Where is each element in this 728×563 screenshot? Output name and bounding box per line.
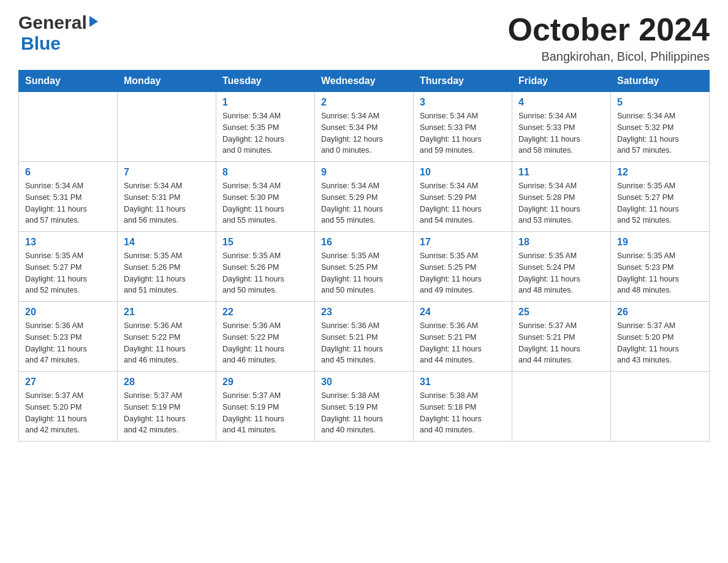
day-info: Sunrise: 5:38 AM Sunset: 5:19 PM Dayligh… <box>321 390 407 436</box>
calendar-cell: 24Sunrise: 5:36 AM Sunset: 5:21 PM Dayli… <box>414 302 512 372</box>
header-wednesday: Wednesday <box>315 71 414 92</box>
day-info: Sunrise: 5:35 AM Sunset: 5:23 PM Dayligh… <box>617 250 703 296</box>
day-number: 15 <box>222 237 308 248</box>
calendar-week-row: 6Sunrise: 5:34 AM Sunset: 5:31 PM Daylig… <box>19 162 710 232</box>
day-number: 24 <box>420 307 506 318</box>
calendar-cell: 5Sunrise: 5:34 AM Sunset: 5:32 PM Daylig… <box>611 92 710 162</box>
calendar-cell: 19Sunrise: 5:35 AM Sunset: 5:23 PM Dayli… <box>611 232 710 302</box>
location-text: Bangkirohan, Bicol, Philippines <box>508 50 710 64</box>
day-number: 23 <box>321 307 407 318</box>
calendar-cell: 14Sunrise: 5:35 AM Sunset: 5:26 PM Dayli… <box>118 232 216 302</box>
logo: General Blue <box>18 12 98 54</box>
logo-general-text: General <box>18 12 87 33</box>
day-info: Sunrise: 5:36 AM Sunset: 5:22 PM Dayligh… <box>124 320 210 366</box>
day-info: Sunrise: 5:35 AM Sunset: 5:27 PM Dayligh… <box>25 250 111 296</box>
calendar-cell: 27Sunrise: 5:37 AM Sunset: 5:20 PM Dayli… <box>19 372 118 442</box>
header-saturday: Saturday <box>611 71 710 92</box>
calendar-cell: 4Sunrise: 5:34 AM Sunset: 5:33 PM Daylig… <box>512 92 611 162</box>
calendar-cell: 23Sunrise: 5:36 AM Sunset: 5:21 PM Dayli… <box>315 302 414 372</box>
header-friday: Friday <box>512 71 611 92</box>
calendar-cell: 15Sunrise: 5:35 AM Sunset: 5:26 PM Dayli… <box>216 232 315 302</box>
day-number: 2 <box>321 97 407 108</box>
calendar-cell: 16Sunrise: 5:35 AM Sunset: 5:25 PM Dayli… <box>315 232 414 302</box>
calendar-cell: 30Sunrise: 5:38 AM Sunset: 5:19 PM Dayli… <box>315 372 414 442</box>
day-number: 1 <box>222 97 308 108</box>
calendar-cell: 1Sunrise: 5:34 AM Sunset: 5:35 PM Daylig… <box>216 92 315 162</box>
day-info: Sunrise: 5:38 AM Sunset: 5:18 PM Dayligh… <box>420 390 506 436</box>
header-monday: Monday <box>118 71 216 92</box>
day-number: 26 <box>617 307 703 318</box>
day-number: 7 <box>124 167 210 178</box>
day-number: 22 <box>222 307 308 318</box>
day-number: 5 <box>617 97 703 108</box>
day-info: Sunrise: 5:37 AM Sunset: 5:20 PM Dayligh… <box>617 320 703 366</box>
calendar-table: SundayMondayTuesdayWednesdayThursdayFrid… <box>18 70 710 442</box>
day-number: 13 <box>25 237 111 248</box>
day-info: Sunrise: 5:34 AM Sunset: 5:31 PM Dayligh… <box>25 180 111 226</box>
month-title: October 2024 <box>508 12 710 47</box>
day-number: 9 <box>321 167 407 178</box>
day-number: 25 <box>518 307 604 318</box>
header-tuesday: Tuesday <box>216 71 315 92</box>
day-number: 27 <box>25 377 111 388</box>
day-number: 14 <box>124 237 210 248</box>
day-info: Sunrise: 5:36 AM Sunset: 5:22 PM Dayligh… <box>222 320 308 366</box>
day-info: Sunrise: 5:34 AM Sunset: 5:34 PM Dayligh… <box>321 110 407 156</box>
calendar-cell: 31Sunrise: 5:38 AM Sunset: 5:18 PM Dayli… <box>414 372 512 442</box>
calendar-cell: 22Sunrise: 5:36 AM Sunset: 5:22 PM Dayli… <box>216 302 315 372</box>
calendar-cell: 26Sunrise: 5:37 AM Sunset: 5:20 PM Dayli… <box>611 302 710 372</box>
day-number: 4 <box>518 97 604 108</box>
day-info: Sunrise: 5:35 AM Sunset: 5:26 PM Dayligh… <box>222 250 308 296</box>
day-info: Sunrise: 5:36 AM Sunset: 5:21 PM Dayligh… <box>321 320 407 366</box>
day-number: 11 <box>518 167 604 178</box>
calendar-week-row: 20Sunrise: 5:36 AM Sunset: 5:23 PM Dayli… <box>19 302 710 372</box>
calendar-cell: 21Sunrise: 5:36 AM Sunset: 5:22 PM Dayli… <box>118 302 216 372</box>
calendar-cell: 6Sunrise: 5:34 AM Sunset: 5:31 PM Daylig… <box>19 162 118 232</box>
day-info: Sunrise: 5:35 AM Sunset: 5:25 PM Dayligh… <box>420 250 506 296</box>
day-number: 3 <box>420 97 506 108</box>
day-number: 17 <box>420 237 506 248</box>
day-info: Sunrise: 5:34 AM Sunset: 5:30 PM Dayligh… <box>222 180 308 226</box>
day-info: Sunrise: 5:34 AM Sunset: 5:32 PM Dayligh… <box>617 110 703 156</box>
day-info: Sunrise: 5:35 AM Sunset: 5:27 PM Dayligh… <box>617 180 703 226</box>
page-header: General Blue October 2024 Bangkirohan, B… <box>18 12 710 64</box>
day-info: Sunrise: 5:36 AM Sunset: 5:21 PM Dayligh… <box>420 320 506 366</box>
day-info: Sunrise: 5:35 AM Sunset: 5:25 PM Dayligh… <box>321 250 407 296</box>
day-number: 19 <box>617 237 703 248</box>
title-section: October 2024 Bangkirohan, Bicol, Philipp… <box>508 12 710 64</box>
day-number: 8 <box>222 167 308 178</box>
calendar-cell <box>611 372 710 442</box>
calendar-cell: 12Sunrise: 5:35 AM Sunset: 5:27 PM Dayli… <box>611 162 710 232</box>
calendar-cell: 7Sunrise: 5:34 AM Sunset: 5:31 PM Daylig… <box>118 162 216 232</box>
calendar-week-row: 13Sunrise: 5:35 AM Sunset: 5:27 PM Dayli… <box>19 232 710 302</box>
calendar-cell: 9Sunrise: 5:34 AM Sunset: 5:29 PM Daylig… <box>315 162 414 232</box>
day-info: Sunrise: 5:35 AM Sunset: 5:26 PM Dayligh… <box>124 250 210 296</box>
logo-arrow-icon <box>89 16 98 27</box>
day-info: Sunrise: 5:34 AM Sunset: 5:31 PM Dayligh… <box>124 180 210 226</box>
day-number: 18 <box>518 237 604 248</box>
day-number: 30 <box>321 377 407 388</box>
calendar-cell: 20Sunrise: 5:36 AM Sunset: 5:23 PM Dayli… <box>19 302 118 372</box>
day-info: Sunrise: 5:34 AM Sunset: 5:33 PM Dayligh… <box>420 110 506 156</box>
day-info: Sunrise: 5:37 AM Sunset: 5:21 PM Dayligh… <box>518 320 604 366</box>
header-sunday: Sunday <box>19 71 118 92</box>
day-info: Sunrise: 5:35 AM Sunset: 5:24 PM Dayligh… <box>518 250 604 296</box>
day-number: 16 <box>321 237 407 248</box>
calendar-cell: 28Sunrise: 5:37 AM Sunset: 5:19 PM Dayli… <box>118 372 216 442</box>
day-number: 21 <box>124 307 210 318</box>
day-info: Sunrise: 5:34 AM Sunset: 5:29 PM Dayligh… <box>420 180 506 226</box>
calendar-cell: 2Sunrise: 5:34 AM Sunset: 5:34 PM Daylig… <box>315 92 414 162</box>
calendar-header-row: SundayMondayTuesdayWednesdayThursdayFrid… <box>19 71 710 92</box>
day-number: 28 <box>124 377 210 388</box>
calendar-cell: 18Sunrise: 5:35 AM Sunset: 5:24 PM Dayli… <box>512 232 611 302</box>
calendar-cell: 17Sunrise: 5:35 AM Sunset: 5:25 PM Dayli… <box>414 232 512 302</box>
day-info: Sunrise: 5:37 AM Sunset: 5:19 PM Dayligh… <box>124 390 210 436</box>
calendar-cell: 25Sunrise: 5:37 AM Sunset: 5:21 PM Dayli… <box>512 302 611 372</box>
calendar-cell <box>118 92 216 162</box>
header-thursday: Thursday <box>414 71 512 92</box>
day-info: Sunrise: 5:36 AM Sunset: 5:23 PM Dayligh… <box>25 320 111 366</box>
day-info: Sunrise: 5:34 AM Sunset: 5:28 PM Dayligh… <box>518 180 604 226</box>
calendar-cell: 11Sunrise: 5:34 AM Sunset: 5:28 PM Dayli… <box>512 162 611 232</box>
calendar-cell: 10Sunrise: 5:34 AM Sunset: 5:29 PM Dayli… <box>414 162 512 232</box>
day-info: Sunrise: 5:34 AM Sunset: 5:29 PM Dayligh… <box>321 180 407 226</box>
